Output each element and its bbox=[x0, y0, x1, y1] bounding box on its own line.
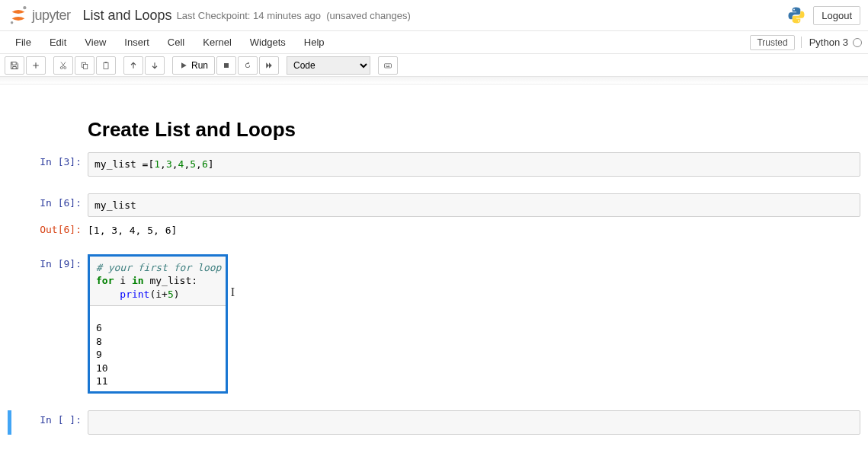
code-cell-4-selected[interactable]: In [ ]: bbox=[8, 410, 860, 435]
cell-type-select[interactable]: Code bbox=[287, 56, 370, 75]
menu-edit[interactable]: Edit bbox=[40, 32, 75, 53]
code-input[interactable]: my_list =[1,3,4,5,6] bbox=[88, 152, 860, 177]
menu-cell[interactable]: Cell bbox=[159, 32, 194, 53]
page-title: Create List and Loops bbox=[88, 118, 860, 142]
cut-icon bbox=[59, 61, 68, 70]
svg-point-3 bbox=[798, 21, 799, 22]
svg-point-1 bbox=[11, 21, 14, 24]
checkpoint-text: Last Checkpoint: 14 minutes ago (unsaved… bbox=[177, 10, 411, 21]
code-cell-2[interactable]: In [6]: my_list bbox=[8, 193, 860, 218]
toolbar: Run Code bbox=[0, 54, 868, 77]
svg-point-5 bbox=[64, 66, 66, 69]
save-button[interactable] bbox=[5, 56, 24, 75]
interrupt-button[interactable] bbox=[216, 56, 236, 75]
code-input[interactable]: my_list bbox=[88, 193, 860, 218]
svg-rect-7 bbox=[84, 64, 88, 69]
menu-kernel[interactable]: Kernel bbox=[194, 32, 241, 53]
notebook-area: Create List and Loops In [3]: my_list =[… bbox=[0, 85, 868, 456]
menu-help[interactable]: Help bbox=[295, 32, 334, 53]
move-down-button[interactable] bbox=[145, 56, 165, 75]
code-input[interactable] bbox=[88, 410, 860, 435]
output-text: 6 8 9 10 11 bbox=[90, 320, 226, 391]
save-icon bbox=[10, 61, 19, 70]
copy-button[interactable] bbox=[75, 56, 94, 75]
jupyter-logo[interactable]: jupyter bbox=[8, 5, 71, 26]
cut-button[interactable] bbox=[53, 56, 73, 75]
in-prompt: In [ ]: bbox=[11, 410, 88, 435]
code-cell-1[interactable]: In [3]: my_list =[1,3,4,5,6] bbox=[8, 152, 860, 177]
in-prompt: In [6]: bbox=[8, 193, 88, 218]
arrow-down-icon bbox=[150, 61, 159, 70]
code-input[interactable]: # your first for loop for i in my_list: … bbox=[90, 257, 226, 307]
menubar: File Edit View Insert Cell Kernel Widget… bbox=[0, 31, 868, 54]
restart-run-all-button[interactable] bbox=[259, 56, 279, 75]
code-cell-3[interactable]: In [9]: # your first for loop for i in m… bbox=[8, 254, 860, 394]
highlighted-region: # your first for loop for i in my_list: … bbox=[88, 254, 228, 394]
svg-point-0 bbox=[23, 6, 26, 9]
kernel-indicator[interactable]: Python 3 bbox=[801, 37, 862, 48]
markdown-cell[interactable]: Create List and Loops bbox=[8, 103, 860, 149]
output-text: [1, 3, 4, 5, 6] bbox=[88, 220, 860, 238]
notebook-title[interactable]: List and Loops bbox=[83, 8, 172, 24]
fast-forward-icon bbox=[264, 61, 274, 70]
svg-rect-10 bbox=[224, 63, 229, 68]
out-prompt: Out[6]: bbox=[8, 220, 88, 238]
plus-icon bbox=[31, 61, 40, 70]
header-bar: jupyter List and Loops Last Checkpoint: … bbox=[0, 0, 868, 31]
trusted-badge[interactable]: Trusted bbox=[750, 35, 794, 50]
move-up-button[interactable] bbox=[123, 56, 143, 75]
kernel-status-icon bbox=[853, 38, 862, 47]
command-palette-button[interactable] bbox=[378, 56, 398, 75]
run-button[interactable]: Run bbox=[172, 56, 215, 75]
toolbar-shadow bbox=[0, 77, 868, 85]
menu-file[interactable]: File bbox=[6, 32, 40, 53]
in-prompt: In [3]: bbox=[8, 152, 88, 177]
stop-icon bbox=[222, 61, 231, 70]
svg-point-2 bbox=[793, 9, 795, 11]
paste-button[interactable] bbox=[96, 56, 116, 75]
svg-rect-9 bbox=[105, 62, 107, 63]
restart-icon bbox=[243, 61, 252, 70]
restart-button[interactable] bbox=[238, 56, 258, 75]
menu-view[interactable]: View bbox=[75, 32, 115, 53]
in-prompt: In [9]: bbox=[8, 254, 88, 394]
menu-insert[interactable]: Insert bbox=[115, 32, 159, 53]
logo-text: jupyter bbox=[32, 8, 71, 24]
arrow-up-icon bbox=[129, 61, 138, 70]
python-icon bbox=[787, 6, 806, 24]
paste-icon bbox=[101, 61, 111, 70]
svg-point-4 bbox=[60, 66, 62, 69]
svg-rect-8 bbox=[104, 62, 108, 69]
menu-widgets[interactable]: Widgets bbox=[241, 32, 295, 53]
prompt-empty bbox=[8, 103, 88, 149]
output-row: Out[6]: [1, 3, 4, 5, 6] bbox=[8, 220, 860, 238]
jupyter-icon bbox=[8, 5, 29, 26]
keyboard-icon bbox=[383, 61, 392, 70]
logout-button[interactable]: Logout bbox=[813, 6, 860, 25]
play-icon bbox=[179, 61, 188, 70]
add-cell-button[interactable] bbox=[26, 56, 46, 75]
copy-icon bbox=[80, 61, 89, 70]
